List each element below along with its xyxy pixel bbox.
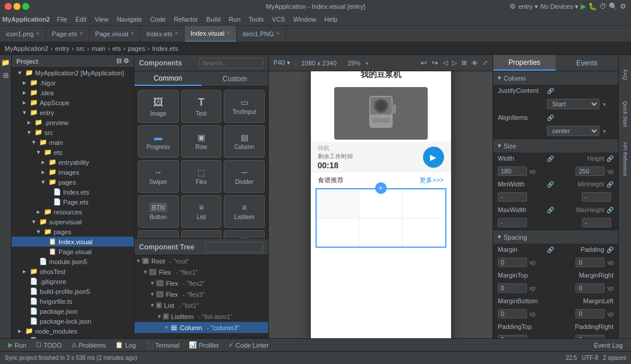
margin-input[interactable] (498, 258, 527, 267)
prop-link-icon8[interactable]: 🔗 (606, 207, 613, 213)
comp-row[interactable]: ▣ Row (181, 125, 222, 158)
comp-tree-flex2[interactable]: ▾ ⬚ Flex - "flex2" (134, 278, 268, 289)
prop-link-icon7[interactable]: 🔗 (547, 207, 554, 213)
menu-edit[interactable]: Edit (72, 15, 90, 24)
prop-link-icon4[interactable]: 🔗 (606, 155, 613, 162)
menu-build[interactable]: Build (203, 15, 224, 24)
vsidebar-item-faq[interactable]: FAQ (621, 57, 629, 92)
prop-section-column-header[interactable]: ▾ Column (493, 71, 618, 85)
comp-tree-flex3[interactable]: ▾ ⬚ Flex - "flex3" (134, 289, 268, 300)
vsidebar-item-quickstart[interactable]: Quick Start (621, 93, 629, 134)
tree-item-module-json[interactable]: 📄 module.json5 (12, 256, 134, 266)
prop-link-icon3[interactable]: 🔗 (547, 155, 554, 162)
device-selector[interactable]: P40 ▾ (273, 59, 290, 67)
tree-item-preview[interactable]: ▸ 📁 .preview (12, 117, 134, 127)
profile-icon[interactable]: ⏱ (599, 2, 606, 11)
comp-list[interactable]: ≡ List (181, 195, 222, 228)
comp-text[interactable]: T Text (181, 90, 222, 123)
tab-close-icon[interactable]: × (131, 30, 134, 37)
comp-flex[interactable]: ⬚ Flex (181, 160, 222, 193)
tree-item-idea[interactable]: ▸ 📁 .idea (12, 88, 134, 98)
bottom-tab-profiler[interactable]: 📊 Profiler (185, 340, 223, 350)
maxheight-input[interactable] (582, 218, 611, 227)
menu-tools[interactable]: Tools (245, 15, 268, 24)
gear-icon[interactable]: ⚙ (123, 57, 129, 65)
tree-item-package[interactable]: 📄 package.json (12, 306, 134, 316)
canvas-nav-forward[interactable]: ▷ (452, 59, 457, 67)
bottom-tab-log[interactable]: 📋 Log (112, 340, 139, 350)
bottom-tab-problems[interactable]: ⚠ Problems (68, 340, 109, 350)
structure-icon[interactable]: ⊞ (1, 70, 11, 81)
comp-tree-root[interactable]: ▾ ⊞ Root - "root" (134, 255, 268, 266)
project-icon[interactable]: 📁 (1, 57, 11, 68)
tree-item-higor[interactable]: ▸ 📁 .higor (12, 78, 134, 88)
comp-refresh[interactable]: ↻ Refresh (138, 230, 179, 238)
tree-item-entryability[interactable]: ▸ 📁 entryability (12, 157, 134, 167)
tree-item-src[interactable]: ▾ 📁 src (12, 127, 134, 137)
margintop-input[interactable] (498, 283, 527, 293)
menu-file[interactable]: File (53, 15, 71, 24)
menu-refactor[interactable]: Refactor (170, 15, 202, 24)
tab-page-visual[interactable]: Page.visual × (89, 26, 141, 42)
bottom-tab-run[interactable]: ▶ Run (5, 340, 30, 350)
tab-custom[interactable]: Custom (202, 71, 269, 86)
prop-link-padding[interactable]: 🔗 (606, 247, 613, 253)
device-play-button[interactable]: ▶ (423, 147, 444, 168)
tree-item-page-visual[interactable]: 📋 Page.visual (12, 247, 134, 256)
tree-item-node-modules[interactable]: ▸ 📁 node_modules (12, 326, 134, 336)
canvas-nav-back[interactable]: ◁ (443, 59, 448, 67)
tree-item-appscope[interactable]: ▸ 📁 AppScope (12, 98, 134, 108)
tab-page-ets[interactable]: Page.ets × (46, 26, 89, 42)
comp-textpicker[interactable]: 🔤 TextPicker (224, 230, 265, 238)
tree-item-hvigor[interactable]: 📄 hvigorfile.ts (12, 296, 134, 306)
preview-icon[interactable]: 👁 (471, 60, 478, 67)
tab-close-icon[interactable]: × (36, 30, 40, 37)
tree-item-images[interactable]: ▸ 📁 images (12, 167, 134, 177)
search-icon-toolbar[interactable]: 🔍 (609, 2, 618, 11)
prop-link-margin[interactable]: 🔗 (547, 247, 554, 253)
bottom-tab-codelinter[interactable]: ✓ Code Linter (225, 340, 272, 350)
tree-item-build-profile[interactable]: 📄 build-profile.json5 (12, 286, 134, 296)
tree-item-entry[interactable]: ▾ 📁 entry (12, 108, 134, 117)
alignitems-select[interactable]: center start end (547, 126, 599, 136)
prop-link-icon2[interactable]: 🔗 (547, 115, 554, 121)
maxwidth-input[interactable] (498, 218, 527, 227)
comp-tree-column3[interactable]: ▾ ▤ Column - "column3" (134, 322, 268, 333)
comp-progress[interactable]: ▬ Progress (138, 125, 179, 158)
tree-item-resources[interactable]: ▸ 📁 resources (12, 207, 134, 217)
tab-common[interactable]: Common (134, 71, 202, 86)
run-icon[interactable]: ▶ (581, 2, 586, 11)
menu-view[interactable]: View (91, 15, 112, 24)
tab-close-icon[interactable]: × (79, 30, 83, 37)
event-log-button[interactable]: Event Log (590, 341, 626, 350)
zoom-fit-icon[interactable]: ⤢ (483, 59, 488, 67)
tree-item-pages[interactable]: ▾ 📁 pages (12, 177, 134, 187)
prop-section-size-header[interactable]: ▾ Size (493, 139, 618, 152)
tab-index-ets[interactable]: Index.ets × (141, 26, 185, 42)
minheight-input[interactable] (582, 192, 611, 202)
window-maximize-button[interactable] (22, 3, 29, 10)
tab-close-icon[interactable]: × (175, 30, 178, 37)
tree-item-supervisual-pages[interactable]: ▾ 📁 pages (12, 227, 134, 237)
settings-icon[interactable]: ⚙ (509, 2, 516, 11)
marginleft-input[interactable] (575, 309, 605, 318)
prop-section-spacing-header[interactable]: ▾ Spacing (493, 230, 618, 244)
redo-icon[interactable]: ↪ (432, 58, 438, 67)
settings-icon2[interactable]: ⚙ (620, 2, 626, 11)
zoom-plus-icon[interactable]: + (365, 60, 369, 67)
comp-tree-listitem1[interactable]: ▾ ≡ ListItem - "list-item1" (134, 311, 268, 322)
tree-item-index-ets[interactable]: 📄 Index.ets (12, 187, 134, 197)
comp-swiper[interactable]: ↔ Swiper (138, 160, 179, 193)
justifycontent-select[interactable]: Start Center End (547, 99, 599, 109)
comp-divider[interactable]: ─ Divider (224, 160, 265, 193)
prop-link-icon[interactable]: 🔗 (547, 88, 554, 94)
height-input[interactable] (575, 167, 605, 176)
comp-textinput[interactable]: ▭ TextInput (224, 90, 265, 123)
comp-column[interactable]: ▤ Column (224, 125, 265, 158)
comp-tree-list1[interactable]: ▾ ≡ List - "list1" (134, 300, 268, 311)
tree-item-myapplication[interactable]: ▾ 📁 MyApplication2 [MyApplication] (12, 68, 134, 78)
comp-timepicker[interactable]: 00:00 TimePicker (181, 230, 222, 238)
tree-item-package-lock[interactable]: 📄 package-lock.json (12, 316, 134, 326)
window-close-button[interactable] (5, 3, 12, 10)
window-minimize-button[interactable] (13, 3, 20, 10)
